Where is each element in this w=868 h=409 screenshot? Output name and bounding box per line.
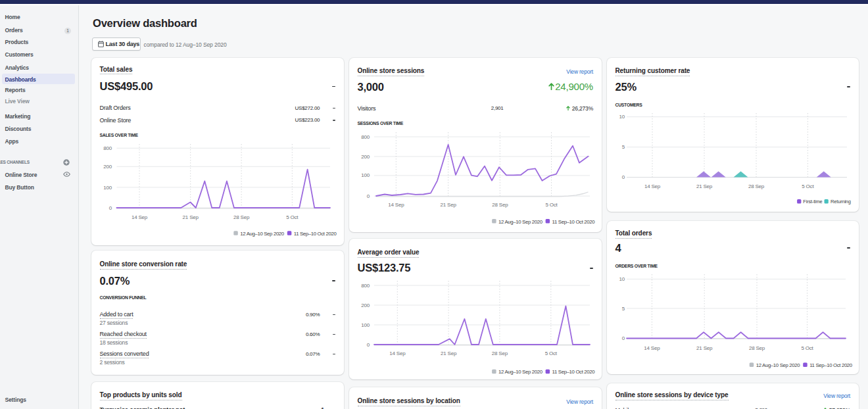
svg-text:5 Oct: 5 Oct [802,183,814,189]
svg-text:11 Sep–10 Oct 2020: 11 Sep–10 Oct 2020 [552,219,596,225]
svg-text:100: 100 [361,172,370,178]
svg-text:28 Sep: 28 Sep [233,214,250,220]
svg-text:12 Aug–10 Sep 2020: 12 Aug–10 Sep 2020 [498,369,543,375]
svg-text:0: 0 [622,335,625,341]
svg-text:5: 5 [622,306,625,312]
svg-text:0: 0 [109,205,112,211]
svg-text:200: 200 [103,164,112,170]
svg-text:5 Oct: 5 Oct [286,214,299,220]
svg-text:21 Sep: 21 Sep [696,345,713,351]
svg-text:28 Sep: 28 Sep [749,345,765,351]
svg-text:First-time: First-time [803,199,822,204]
svg-text:11 Sep–10 Oct 2020: 11 Sep–10 Oct 2020 [552,369,596,375]
svg-text:0: 0 [622,174,625,180]
svg-text:200: 200 [361,302,370,308]
svg-text:14 Sep: 14 Sep [132,214,148,220]
svg-text:14 Sep: 14 Sep [388,202,404,208]
svg-text:800: 800 [103,145,112,151]
svg-text:5 Oct: 5 Oct [545,350,558,356]
svg-text:0: 0 [367,193,370,199]
svg-text:11 Sep–10 Oct 2020: 11 Sep–10 Oct 2020 [294,231,337,237]
svg-text:21 Sep: 21 Sep [441,350,457,356]
svg-text:28 Sep: 28 Sep [748,183,765,189]
svg-text:12 Aug–10 Sep 2020: 12 Aug–10 Sep 2020 [756,362,801,368]
svg-text:0: 0 [367,342,370,348]
svg-text:14 Sep: 14 Sep [644,183,661,189]
svg-text:14 Sep: 14 Sep [644,345,660,351]
svg-text:200: 200 [361,154,370,160]
svg-text:Returning: Returning [831,199,851,204]
svg-text:100: 100 [361,322,370,328]
svg-text:100: 100 [103,185,112,191]
svg-text:12 Aug–10 Sep 2020: 12 Aug–10 Sep 2020 [240,231,285,237]
svg-text:800: 800 [361,283,370,289]
svg-text:21 Sep: 21 Sep [696,183,713,189]
svg-text:10: 10 [619,276,625,282]
svg-text:21 Sep: 21 Sep [441,202,457,208]
svg-text:5 Oct: 5 Oct [801,345,813,351]
svg-text:28 Sep: 28 Sep [492,202,508,208]
svg-text:21 Sep: 21 Sep [183,214,199,220]
svg-text:12 Aug–10 Sep 2020: 12 Aug–10 Sep 2020 [498,219,543,225]
svg-text:10: 10 [619,114,625,120]
svg-text:800: 800 [361,134,370,140]
svg-text:14 Sep: 14 Sep [389,350,406,356]
svg-text:11 Sep–10 Oct 2020: 11 Sep–10 Oct 2020 [809,362,853,368]
svg-text:28 Sep: 28 Sep [492,350,508,356]
svg-text:5: 5 [622,144,625,150]
svg-text:5 Oct: 5 Oct [545,202,558,208]
